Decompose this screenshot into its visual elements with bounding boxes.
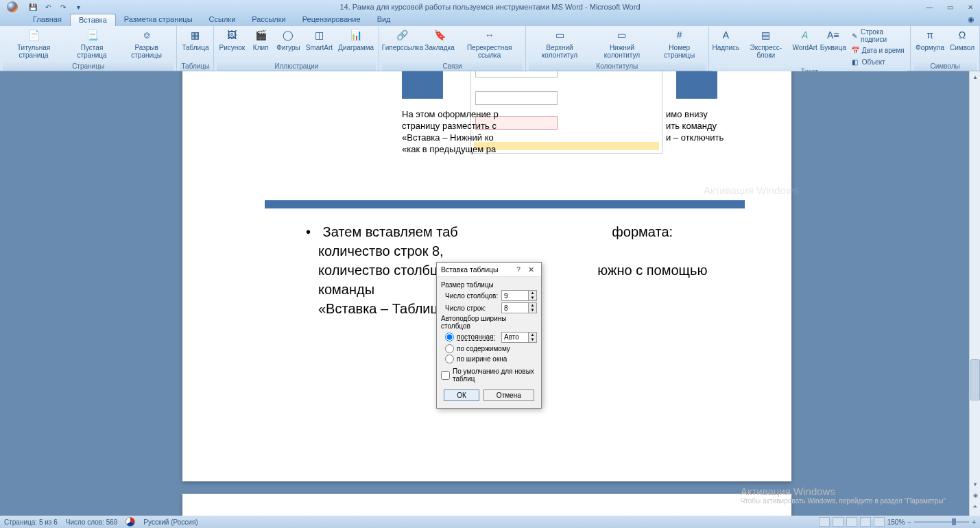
embed-text: и – отключить	[666, 132, 724, 143]
title-page-icon: 📄	[27, 29, 40, 43]
chart-button[interactable]: 📊Диаграмма	[336, 27, 376, 53]
spin-up-icon[interactable]: ▲	[528, 291, 536, 296]
symbol-icon: Ω	[955, 29, 969, 43]
shapes-icon: ◯	[281, 29, 295, 43]
cols-input[interactable]	[502, 292, 528, 300]
scroll-thumb[interactable]	[970, 359, 980, 400]
radio-content[interactable]	[445, 344, 454, 353]
header-button[interactable]: ▭Верхний колонтитул	[529, 27, 590, 60]
label: Рисунок	[219, 44, 245, 51]
picture-button[interactable]: 🖼Рисунок	[217, 27, 247, 53]
clip-button[interactable]: 🎬Клип	[248, 27, 273, 53]
status-zoom[interactable]: 150%	[887, 518, 905, 526]
crossref-button[interactable]: ↔Перекрестная ссылка	[456, 27, 522, 60]
spin-up-icon[interactable]: ▲	[528, 333, 536, 337]
label: Таблица	[182, 44, 208, 51]
dialog-close-button[interactable]: ✕	[525, 265, 537, 274]
label: Разрыв страницы	[121, 44, 171, 59]
document-area: На этом оформление р страницу разместить…	[0, 71, 980, 523]
radio-window[interactable]	[445, 355, 454, 363]
quickparts-button[interactable]: ▤Экспресс-блоки	[741, 27, 790, 60]
zoom-thumb[interactable]	[952, 518, 956, 525]
view-print-layout-button[interactable]	[819, 517, 830, 527]
dropcap-button[interactable]: A≡Буквица	[820, 27, 847, 53]
office-button[interactable]	[0, 0, 25, 14]
status-page[interactable]: Страница: 5 из 6	[4, 518, 58, 526]
smartart-icon: ◫	[312, 29, 326, 43]
browse-object-icon[interactable]: ◉	[970, 490, 980, 501]
tab-layout[interactable]: Разметка страницы	[116, 14, 201, 26]
tab-home[interactable]: Главная	[25, 14, 70, 26]
default-check-label: По умолчанию для новых таблиц	[453, 368, 537, 383]
vertical-scrollbar[interactable]: ▲ ▼ ◉ ⏶ ⏷	[969, 71, 980, 523]
status-language[interactable]: Русский (Россия)	[143, 518, 198, 526]
equation-button[interactable]: πФормула	[913, 27, 946, 53]
rows-spinner[interactable]: ▲▼	[501, 302, 537, 313]
close-button[interactable]: ✕	[961, 1, 980, 13]
fixed-width-combo[interactable]: ▲▼	[501, 332, 537, 343]
scroll-up-icon[interactable]: ▲	[970, 71, 980, 82]
zoom-in-button[interactable]: +	[972, 518, 976, 526]
bookmark-button[interactable]: 🔖Закладка	[425, 27, 455, 53]
dialog-help-button[interactable]: ?	[512, 265, 525, 274]
tab-mailings[interactable]: Рассылки	[243, 14, 294, 26]
language-icon[interactable]	[126, 517, 135, 527]
spin-up-icon[interactable]: ▲	[528, 303, 536, 308]
spin-down-icon[interactable]: ▼	[528, 337, 536, 342]
ribbon-group-tables: ▦Таблица Таблицы	[177, 26, 214, 71]
minimize-button[interactable]: —	[920, 1, 939, 13]
sigline-button[interactable]: ✎Строка подписи	[848, 27, 907, 44]
datetime-button[interactable]: 📅Дата и время	[848, 45, 907, 56]
tab-references[interactable]: Ссылки	[201, 14, 244, 26]
watermark-title: Активация Windows	[741, 485, 946, 497]
save-icon[interactable]: 💾	[27, 1, 38, 12]
zoom-slider[interactable]	[914, 521, 969, 523]
view-web-button[interactable]	[846, 517, 857, 527]
tab-review[interactable]: Рецензирование	[294, 14, 369, 26]
help-icon[interactable]: ◉	[962, 14, 980, 26]
zoom-out-button[interactable]: −	[907, 518, 911, 526]
dialog-titlebar[interactable]: Вставка таблицы ? ✕	[437, 263, 541, 277]
ok-button[interactable]: ОК	[444, 389, 479, 401]
symbol-button[interactable]: ΩСимвол	[948, 27, 977, 53]
table-button[interactable]: ▦Таблица	[180, 27, 211, 53]
spin-down-icon[interactable]: ▼	[528, 308, 536, 313]
label: WordArt	[792, 44, 817, 51]
cancel-button[interactable]: Отмена	[483, 389, 534, 401]
cols-spinner[interactable]: ▲▼	[501, 290, 537, 301]
textbox-button[interactable]: AНадпись	[712, 27, 740, 53]
spin-down-icon[interactable]: ▼	[528, 296, 536, 300]
rows-input[interactable]	[502, 304, 528, 312]
title-page-button[interactable]: 📄Титульная страница	[3, 27, 64, 60]
fixed-width-input[interactable]	[502, 333, 528, 341]
label: SmartArt	[306, 44, 333, 51]
blank-page-button[interactable]: 📃Пустая страница	[66, 27, 118, 60]
ribbon-group-text: AНадпись ▤Экспресс-блоки AWordArt A≡Букв…	[709, 26, 911, 71]
maximize-button[interactable]: ▭	[940, 1, 959, 13]
hyperlink-button[interactable]: 🔗Гиперссылка	[382, 27, 423, 53]
undo-icon[interactable]: ↶	[43, 1, 53, 12]
footer-button[interactable]: ▭Нижний колонтитул	[592, 27, 652, 60]
page-break-icon: ⎊	[140, 29, 154, 43]
shapes-button[interactable]: ◯Фигуры	[274, 27, 302, 53]
wordart-button[interactable]: AWordArt	[791, 27, 818, 53]
smartart-button[interactable]: ◫SmartArt	[304, 27, 335, 53]
ribbon-group-illustrations: 🖼Рисунок 🎬Клип ◯Фигуры ◫SmartArt 📊Диагра…	[214, 26, 379, 71]
view-full-screen-button[interactable]	[833, 517, 844, 527]
status-words[interactable]: Число слов: 569	[66, 518, 118, 526]
object-button[interactable]: ◧Объект	[848, 56, 907, 67]
default-checkbox[interactable]	[441, 371, 450, 380]
view-draft-button[interactable]	[874, 517, 885, 527]
prev-page-icon[interactable]: ⏶	[970, 501, 980, 512]
redo-icon[interactable]: ↷	[58, 1, 69, 12]
view-outline-button[interactable]	[860, 517, 871, 527]
label: Буквица	[820, 44, 846, 51]
page-break-button[interactable]: ⎊Разрыв страницы	[119, 27, 174, 60]
title-bar: 💾 ↶ ↷ ▾ 14. Рамка для курсовой работы по…	[0, 0, 980, 14]
pagenum-button[interactable]: #Номер страницы	[654, 27, 706, 60]
tab-view[interactable]: Вид	[369, 14, 399, 26]
radio-fixed[interactable]	[445, 333, 454, 341]
scroll-down-icon[interactable]: ▼	[970, 479, 980, 490]
tab-insert[interactable]: Вставка	[70, 14, 116, 26]
qat-dropdown-icon[interactable]: ▾	[73, 1, 84, 12]
